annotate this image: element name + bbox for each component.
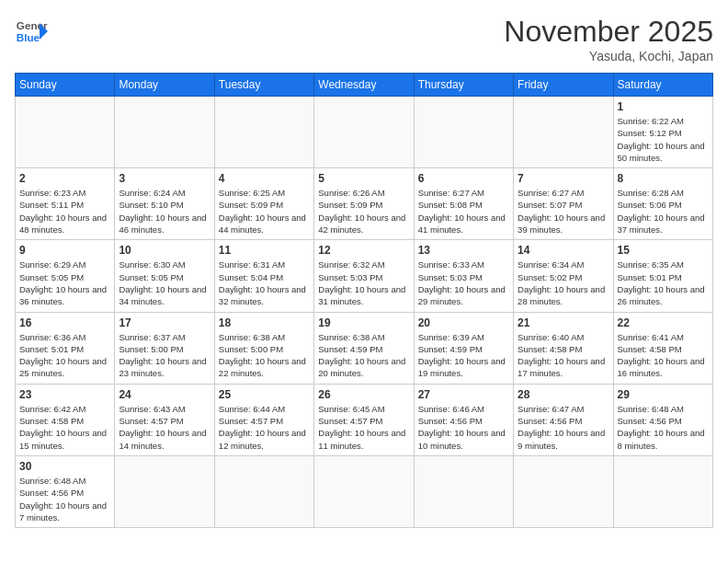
month-title: November 2025 [504, 15, 713, 49]
day-number: 21 [518, 316, 609, 329]
day-number: 18 [219, 316, 310, 329]
calendar-cell: 8Sunrise: 6:28 AMSunset: 5:06 PMDaylight… [613, 168, 712, 240]
logo: General Blue [15, 15, 48, 48]
calendar-cell: 17Sunrise: 6:37 AMSunset: 5:00 PMDayligh… [115, 312, 214, 384]
title-block: November 2025 Yasuda, Kochi, Japan [504, 15, 713, 63]
day-info: Sunrise: 6:36 AMSunset: 5:01 PMDaylight:… [19, 331, 110, 380]
day-number: 14 [518, 244, 609, 257]
calendar-cell [414, 455, 513, 527]
calendar-cell [514, 455, 613, 527]
calendar-cell: 20Sunrise: 6:39 AMSunset: 4:59 PMDayligh… [414, 312, 513, 384]
calendar-cell [613, 455, 712, 527]
day-number: 24 [119, 388, 210, 401]
day-number: 28 [518, 388, 609, 401]
calendar-cell [115, 97, 214, 168]
calendar-cell: 13Sunrise: 6:33 AMSunset: 5:03 PMDayligh… [414, 240, 513, 312]
calendar-cell: 6Sunrise: 6:27 AMSunset: 5:08 PMDaylight… [414, 168, 513, 240]
calendar-cell: 3Sunrise: 6:24 AMSunset: 5:10 PMDaylight… [115, 168, 214, 240]
calendar-cell: 12Sunrise: 6:32 AMSunset: 5:03 PMDayligh… [314, 240, 414, 312]
day-info: Sunrise: 6:45 AMSunset: 4:57 PMDaylight:… [318, 403, 409, 452]
calendar-cell [314, 455, 414, 527]
day-info: Sunrise: 6:38 AMSunset: 5:00 PMDaylight:… [219, 331, 310, 380]
day-info: Sunrise: 6:48 AMSunset: 4:56 PMDaylight:… [19, 475, 110, 523]
calendar-cell: 30Sunrise: 6:48 AMSunset: 4:56 PMDayligh… [16, 455, 115, 527]
calendar-week-2: 2Sunrise: 6:23 AMSunset: 5:11 PMDaylight… [16, 168, 713, 240]
calendar-cell: 21Sunrise: 6:40 AMSunset: 4:58 PMDayligh… [514, 312, 613, 384]
day-number: 2 [19, 172, 110, 185]
day-info: Sunrise: 6:33 AMSunset: 5:03 PMDaylight:… [418, 259, 509, 307]
day-info: Sunrise: 6:38 AMSunset: 4:59 PMDaylight:… [318, 331, 409, 380]
calendar-week-1: 1Sunrise: 6:22 AMSunset: 5:12 PMDaylight… [16, 97, 713, 168]
day-info: Sunrise: 6:46 AMSunset: 4:56 PMDaylight:… [418, 403, 509, 452]
day-number: 12 [318, 244, 409, 257]
calendar-cell: 24Sunrise: 6:43 AMSunset: 4:57 PMDayligh… [115, 384, 214, 455]
calendar-cell: 19Sunrise: 6:38 AMSunset: 4:59 PMDayligh… [314, 312, 414, 384]
calendar-cell: 7Sunrise: 6:27 AMSunset: 5:07 PMDaylight… [514, 168, 613, 240]
day-info: Sunrise: 6:30 AMSunset: 5:05 PMDaylight:… [119, 259, 210, 307]
day-info: Sunrise: 6:29 AMSunset: 5:05 PMDaylight:… [19, 259, 110, 307]
calendar-cell [16, 97, 115, 168]
day-number: 7 [518, 172, 609, 185]
calendar-cell: 27Sunrise: 6:46 AMSunset: 4:56 PMDayligh… [414, 384, 513, 455]
calendar-cell: 25Sunrise: 6:44 AMSunset: 4:57 PMDayligh… [214, 384, 313, 455]
calendar-cell [414, 97, 513, 168]
calendar-cell [314, 97, 414, 168]
location: Yasuda, Kochi, Japan [504, 49, 713, 63]
weekday-header-friday: Friday [514, 74, 613, 97]
day-info: Sunrise: 6:22 AMSunset: 5:12 PMDaylight:… [618, 115, 709, 164]
day-number: 10 [119, 244, 210, 257]
calendar-cell: 28Sunrise: 6:47 AMSunset: 4:56 PMDayligh… [514, 384, 613, 455]
weekday-header-row: SundayMondayTuesdayWednesdayThursdayFrid… [16, 74, 713, 97]
day-number: 20 [418, 316, 509, 329]
logo-icon: General Blue [15, 15, 48, 48]
day-number: 8 [618, 172, 709, 185]
day-info: Sunrise: 6:43 AMSunset: 4:57 PMDaylight:… [119, 403, 210, 452]
weekday-header-sunday: Sunday [16, 74, 115, 97]
calendar-week-5: 23Sunrise: 6:42 AMSunset: 4:58 PMDayligh… [16, 384, 713, 455]
calendar-cell [214, 97, 313, 168]
day-number: 6 [418, 172, 509, 185]
calendar-week-4: 16Sunrise: 6:36 AMSunset: 5:01 PMDayligh… [16, 312, 713, 384]
day-number: 3 [119, 172, 210, 185]
day-info: Sunrise: 6:24 AMSunset: 5:10 PMDaylight:… [119, 187, 210, 236]
day-info: Sunrise: 6:31 AMSunset: 5:04 PMDaylight:… [219, 259, 310, 307]
calendar-cell: 22Sunrise: 6:41 AMSunset: 4:58 PMDayligh… [613, 312, 712, 384]
calendar-week-6: 30Sunrise: 6:48 AMSunset: 4:56 PMDayligh… [16, 455, 713, 527]
day-info: Sunrise: 6:44 AMSunset: 4:57 PMDaylight:… [219, 403, 310, 452]
day-number: 11 [219, 244, 310, 257]
calendar-cell [214, 455, 313, 527]
day-number: 15 [618, 244, 709, 257]
day-info: Sunrise: 6:35 AMSunset: 5:01 PMDaylight:… [618, 259, 709, 307]
day-number: 13 [418, 244, 509, 257]
day-number: 26 [318, 388, 409, 401]
day-number: 4 [219, 172, 310, 185]
calendar-cell: 18Sunrise: 6:38 AMSunset: 5:00 PMDayligh… [214, 312, 313, 384]
calendar-cell: 29Sunrise: 6:48 AMSunset: 4:56 PMDayligh… [613, 384, 712, 455]
day-info: Sunrise: 6:47 AMSunset: 4:56 PMDaylight:… [518, 403, 609, 452]
day-info: Sunrise: 6:39 AMSunset: 4:59 PMDaylight:… [418, 331, 509, 380]
day-info: Sunrise: 6:32 AMSunset: 5:03 PMDaylight:… [318, 259, 409, 307]
day-info: Sunrise: 6:27 AMSunset: 5:07 PMDaylight:… [518, 187, 609, 236]
day-number: 25 [219, 388, 310, 401]
day-number: 22 [618, 316, 709, 329]
day-number: 1 [618, 100, 709, 113]
calendar-table: SundayMondayTuesdayWednesdayThursdayFrid… [15, 73, 713, 528]
day-info: Sunrise: 6:42 AMSunset: 4:58 PMDaylight:… [19, 403, 110, 452]
day-info: Sunrise: 6:23 AMSunset: 5:11 PMDaylight:… [19, 187, 110, 236]
svg-text:Blue: Blue [17, 31, 40, 43]
day-number: 5 [318, 172, 409, 185]
calendar-cell [115, 455, 214, 527]
calendar-cell: 9Sunrise: 6:29 AMSunset: 5:05 PMDaylight… [16, 240, 115, 312]
calendar-cell: 23Sunrise: 6:42 AMSunset: 4:58 PMDayligh… [16, 384, 115, 455]
weekday-header-saturday: Saturday [613, 74, 712, 97]
weekday-header-tuesday: Tuesday [214, 74, 313, 97]
calendar-cell: 11Sunrise: 6:31 AMSunset: 5:04 PMDayligh… [214, 240, 313, 312]
weekday-header-monday: Monday [115, 74, 214, 97]
page-header: General Blue November 2025 Yasuda, Kochi… [15, 15, 713, 63]
day-info: Sunrise: 6:48 AMSunset: 4:56 PMDaylight:… [618, 403, 709, 452]
calendar-week-3: 9Sunrise: 6:29 AMSunset: 5:05 PMDaylight… [16, 240, 713, 312]
day-number: 9 [19, 244, 110, 257]
day-info: Sunrise: 6:28 AMSunset: 5:06 PMDaylight:… [618, 187, 709, 236]
calendar-cell [514, 97, 613, 168]
calendar-cell: 16Sunrise: 6:36 AMSunset: 5:01 PMDayligh… [16, 312, 115, 384]
